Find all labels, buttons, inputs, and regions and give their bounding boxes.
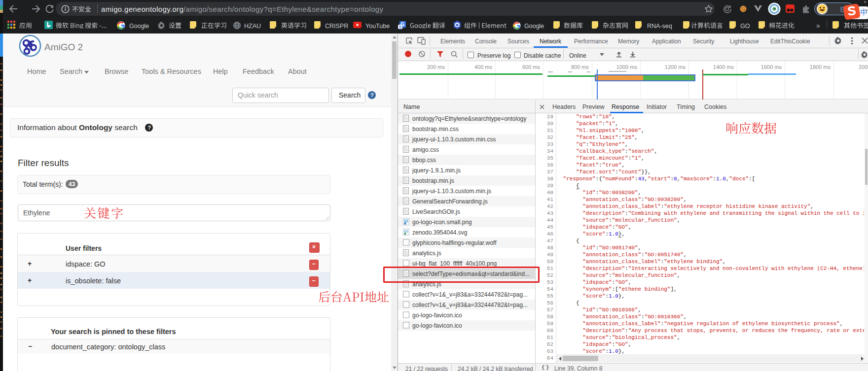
svg-text:文: 文 <box>398 25 402 30</box>
